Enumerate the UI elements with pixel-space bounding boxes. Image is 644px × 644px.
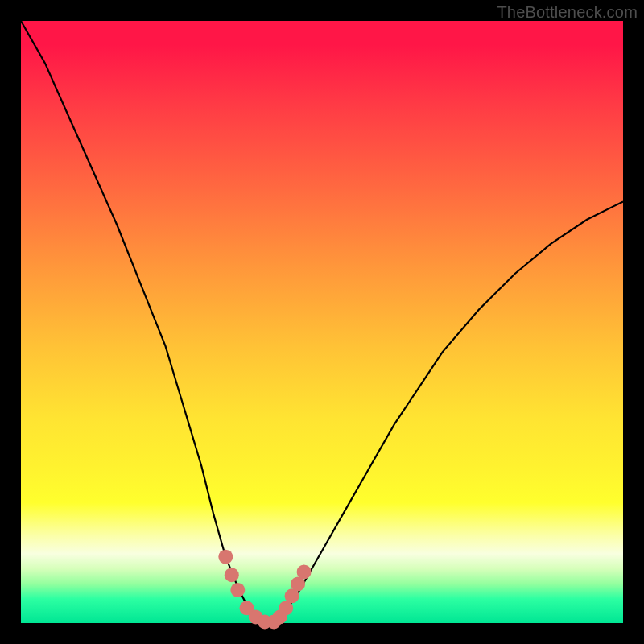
curve-marker [297,564,312,579]
curve-marker [230,583,245,597]
curve-markers [218,550,311,630]
bottleneck-curve [21,21,623,623]
curve-marker [218,550,233,564]
watermark-text: TheBottleneck.com [497,3,638,22]
curve-svg [21,21,623,623]
plot-area [21,21,623,623]
chart-frame: TheBottleneck.com [0,0,644,644]
curve-marker [225,568,239,582]
